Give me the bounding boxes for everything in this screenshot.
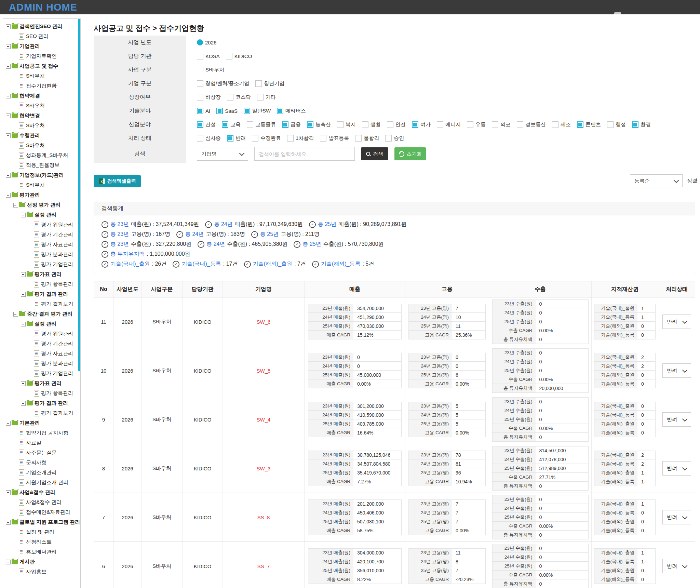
company-link[interactable]: SW_6 bbox=[257, 319, 271, 325]
company-link[interactable]: SW_5 bbox=[257, 368, 271, 374]
tree-folder-item[interactable]: 중간·결과 평가 관리 bbox=[3, 309, 80, 319]
checkbox-option[interactable]: 일반SW bbox=[244, 108, 271, 114]
tree-leaf-item[interactable]: 평가 결과보기 bbox=[3, 408, 80, 418]
year-radio-option[interactable]: 2026 bbox=[197, 39, 216, 45]
checkbox-option[interactable]: 교통물류 bbox=[247, 121, 276, 128]
tree-leaf-item[interactable]: 접수메인&자료관리 bbox=[3, 507, 80, 517]
tree-leaf-item[interactable]: 사업홍보 bbox=[3, 567, 80, 577]
checkbox-option[interactable]: S바우처 bbox=[197, 67, 224, 73]
checkbox[interactable] bbox=[197, 94, 203, 101]
checkbox-option[interactable]: 비상장 bbox=[197, 94, 221, 101]
collapse-icon[interactable] bbox=[6, 64, 11, 69]
collapse-icon[interactable] bbox=[21, 292, 26, 297]
checkbox-checked[interactable] bbox=[307, 121, 313, 128]
status-select[interactable]: 반려 bbox=[662, 363, 691, 378]
tree-folder-item[interactable]: 선정 평가 관리 bbox=[3, 200, 80, 210]
checkbox[interactable] bbox=[197, 53, 203, 59]
tree-folder-item[interactable]: 평가 결과 관리 bbox=[3, 289, 80, 299]
search-category-select[interactable]: 기업명 bbox=[197, 147, 248, 161]
checkbox[interactable] bbox=[467, 121, 473, 128]
checkbox[interactable] bbox=[226, 53, 232, 59]
checkbox-option[interactable]: 1차합격 bbox=[287, 135, 314, 142]
checkbox-option[interactable]: 의료 bbox=[492, 121, 511, 128]
checkbox-checked[interactable] bbox=[632, 121, 638, 128]
tree-leaf-item[interactable]: 협약기업 공지사항 bbox=[3, 428, 80, 438]
checkbox-checked[interactable] bbox=[222, 121, 228, 128]
tree-leaf-item[interactable]: 신청리스트 bbox=[3, 537, 80, 547]
tree-leaf-item[interactable]: 평가 기간관리 bbox=[3, 230, 80, 240]
checkbox-option[interactable]: 건설 bbox=[197, 121, 216, 128]
tree-folder-item[interactable]: 평가표 관리 bbox=[3, 269, 80, 279]
sidebar-scrollbar[interactable] bbox=[78, 19, 80, 371]
tree-folder-item[interactable]: 검색엔진SEO 관리 bbox=[3, 22, 80, 31]
checkbox-option[interactable]: 안전 bbox=[387, 121, 406, 128]
status-select[interactable]: 반려 bbox=[662, 412, 691, 427]
checkbox-option[interactable]: 금융 bbox=[282, 121, 301, 128]
status-select[interactable]: 반려 bbox=[662, 510, 691, 524]
tree-leaf-item[interactable]: S바우처 bbox=[3, 141, 80, 150]
tree-leaf-item[interactable]: 자주묻는질문 bbox=[3, 448, 80, 458]
tree-leaf-item[interactable]: 평가 자료관리 bbox=[3, 349, 80, 359]
checkbox-option[interactable]: 복지 bbox=[337, 121, 356, 128]
tree-leaf-item[interactable]: S바우처 bbox=[3, 71, 80, 81]
tree-leaf-item[interactable]: 성과통계_S바우처 bbox=[3, 150, 80, 160]
tree-leaf-item[interactable]: 설정 및 관리 bbox=[3, 527, 80, 537]
checkbox-option[interactable]: KIDICO bbox=[226, 53, 252, 59]
tree-folder-item[interactable]: 평가관리 bbox=[3, 190, 80, 200]
search-button[interactable]: 검색 bbox=[361, 147, 388, 160]
tree-folder-item[interactable]: 평가 결과 관리 bbox=[3, 398, 80, 408]
tree-leaf-item[interactable]: S바우처 bbox=[3, 101, 80, 111]
tree-folder-item[interactable]: 기업관리 bbox=[3, 41, 80, 51]
checkbox-option[interactable]: 창업/벤처/중소기업 bbox=[197, 80, 249, 87]
checkbox-option[interactable]: AI bbox=[197, 108, 210, 114]
collapse-icon[interactable] bbox=[6, 173, 11, 178]
checkbox-option[interactable]: 생활 bbox=[362, 121, 381, 128]
checkbox-option[interactable]: 발표등록 bbox=[320, 135, 349, 142]
checkbox-option[interactable]: 농축산 bbox=[307, 121, 331, 128]
tree-leaf-item[interactable]: S바우처 bbox=[3, 180, 80, 190]
collapse-icon[interactable] bbox=[21, 322, 26, 326]
checkbox-option[interactable]: 코스닥 bbox=[227, 94, 251, 101]
checkbox-option[interactable]: 정보통신 bbox=[517, 121, 546, 128]
collapse-icon[interactable] bbox=[21, 401, 26, 406]
tree-leaf-item[interactable]: 평가 자료관리 bbox=[3, 240, 80, 250]
tree-folder-item[interactable]: 기업정보(카드)관리 bbox=[3, 170, 80, 180]
checkbox-option[interactable]: 청년기업 bbox=[255, 80, 284, 87]
checkbox-option[interactable]: SaaS bbox=[216, 108, 238, 114]
checkbox-checked[interactable] bbox=[412, 121, 418, 128]
tree-folder-item[interactable]: 사업&접수 관리 bbox=[3, 487, 80, 497]
tree-leaf-item[interactable]: SEO 관리 bbox=[3, 31, 80, 41]
checkbox[interactable] bbox=[385, 135, 392, 142]
checkbox-option[interactable]: 에너지 bbox=[437, 121, 461, 128]
checkbox[interactable] bbox=[197, 80, 203, 87]
tree-folder-item[interactable]: 설정 관리 bbox=[3, 210, 80, 220]
collapse-icon[interactable] bbox=[6, 421, 11, 426]
tree-folder-item[interactable]: 협약체결 bbox=[3, 91, 80, 101]
checkbox[interactable] bbox=[517, 121, 523, 128]
collapse-icon[interactable] bbox=[6, 113, 11, 118]
tree-folder-item[interactable]: 협약변경 bbox=[3, 111, 80, 121]
tree-folder-item[interactable]: 기본관리 bbox=[3, 418, 80, 428]
tree-folder-item[interactable]: 평가표 관리 bbox=[3, 378, 80, 388]
checkbox[interactable] bbox=[252, 135, 258, 142]
tree-folder-item[interactable]: 설정 관리 bbox=[3, 319, 80, 329]
collapse-icon[interactable] bbox=[6, 520, 11, 525]
collapse-icon[interactable] bbox=[21, 381, 26, 386]
tree-leaf-item[interactable]: 기업소개관리 bbox=[3, 468, 80, 478]
tree-folder-item[interactable]: 글로벌 지원 프로그램 관리 bbox=[3, 517, 80, 527]
checkbox[interactable] bbox=[197, 135, 203, 142]
checkbox[interactable] bbox=[320, 135, 326, 142]
checkbox-option[interactable]: 유통 bbox=[467, 121, 486, 128]
checkbox-checked[interactable] bbox=[216, 108, 223, 114]
checkbox[interactable] bbox=[437, 121, 443, 128]
tree-leaf-item[interactable]: 평가 기간관리 bbox=[3, 339, 80, 349]
checkbox-option[interactable]: 메타버스 bbox=[277, 108, 306, 114]
checkbox-checked[interactable] bbox=[282, 121, 288, 128]
tree-leaf-item[interactable]: 적용_환율정보 bbox=[3, 160, 80, 170]
excel-export-button[interactable]: x 검색엑셀출력 bbox=[94, 175, 141, 187]
checkbox-option[interactable]: 교육 bbox=[222, 121, 241, 128]
checkbox-checked[interactable] bbox=[577, 121, 583, 128]
checkbox-option[interactable]: 불합격 bbox=[355, 135, 379, 142]
checkbox-checked[interactable] bbox=[197, 121, 203, 128]
tree-leaf-item[interactable]: 평가 분과관리 bbox=[3, 359, 80, 369]
